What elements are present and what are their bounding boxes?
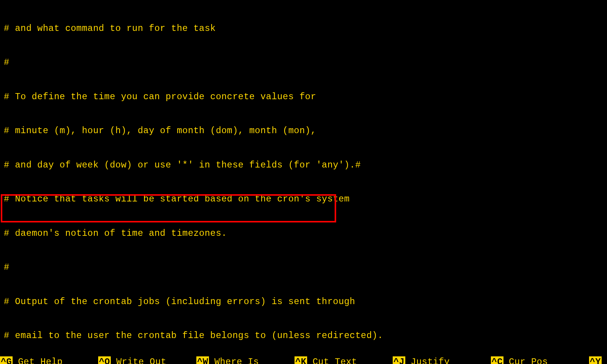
crontab-line: # Output of the crontab jobs (including …	[4, 296, 603, 308]
crontab-line: # email to the user the crontab file bel…	[4, 330, 603, 341]
terminal-editor-content[interactable]: # and what command to run for the task #…	[0, 0, 607, 364]
shortcut-label: Where Is	[214, 356, 259, 364]
crontab-line: #	[4, 57, 603, 68]
crontab-line: #	[4, 262, 603, 273]
crontab-line: # and day of week (dow) or use '*' in th…	[4, 159, 603, 171]
crontab-line: # and what command to run for the task	[4, 23, 603, 34]
shortcut-label: Cur Pos	[509, 356, 548, 364]
shortcut-label: Justify	[411, 356, 450, 364]
shortcut-key: ^K	[295, 356, 307, 364]
shortcut-write-out[interactable]: ^O Write Out	[98, 356, 196, 364]
shortcut-key: ^G	[0, 356, 13, 364]
crontab-line: # To define the time you can provide con…	[4, 91, 603, 103]
shortcut-cur-pos[interactable]: ^C Cur Pos	[491, 356, 589, 364]
nano-shortcut-bar: ^G Get Help ^O Write Out ^W Where Is ^K …	[0, 356, 607, 364]
shortcut-key: ^C	[491, 356, 503, 364]
shortcut-where-is[interactable]: ^W Where Is	[196, 356, 295, 364]
shortcut-justify[interactable]: ^J Justify	[393, 356, 491, 364]
shortcut-key: ^O	[98, 356, 111, 364]
shortcut-key: ^J	[393, 356, 405, 364]
shortcut-key: ^W	[196, 356, 209, 364]
crontab-line: # Notice that tasks will be started base…	[4, 193, 603, 205]
shortcut-cut-text[interactable]: ^K Cut Text	[295, 356, 393, 364]
crontab-line: # minute (m), hour (h), day of month (do…	[4, 125, 603, 137]
shortcut-label: Get Help	[18, 356, 63, 364]
shortcut-label: Write Out	[116, 356, 166, 364]
shortcut-get-help[interactable]: ^G Get Help	[0, 356, 98, 364]
shortcut-label: Cut Text	[312, 356, 357, 364]
crontab-line: # daemon's notion of time and timezones.	[4, 228, 603, 239]
shortcut-key: ^Y	[589, 356, 602, 364]
shortcut-partial[interactable]: ^Y	[589, 356, 607, 364]
